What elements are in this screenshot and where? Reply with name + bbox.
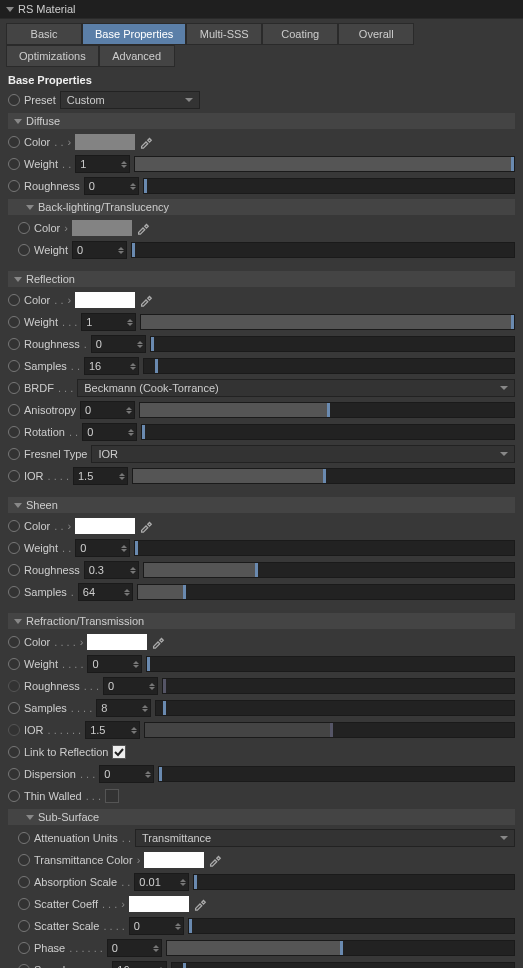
sheen-samp-input[interactable]: 64: [78, 583, 133, 601]
diffuse-weight-slider[interactable]: [134, 156, 515, 172]
eyedropper-icon[interactable]: [139, 519, 153, 533]
expand-icon[interactable]: ›: [64, 222, 68, 234]
reflection-header[interactable]: Reflection: [8, 271, 515, 287]
expand-icon[interactable]: ›: [121, 898, 125, 910]
sub-samp-input[interactable]: 16: [112, 961, 167, 968]
sub-atten-anim[interactable]: [18, 832, 30, 844]
tab-multi-sss[interactable]: Multi-SSS: [186, 23, 262, 45]
refr-color-swatch[interactable]: [87, 634, 147, 650]
sub-phase-input[interactable]: 0: [107, 939, 162, 957]
refl-ftype-anim[interactable]: [8, 448, 20, 460]
refr-weight-input[interactable]: 0: [87, 655, 142, 673]
refr-link-anim[interactable]: [8, 746, 20, 758]
refl-rot-slider[interactable]: [141, 424, 515, 440]
diffuse-rough-anim[interactable]: [8, 180, 20, 192]
refl-ior-slider[interactable]: [132, 468, 515, 484]
subsurface-header[interactable]: Sub-Surface: [8, 809, 515, 825]
refr-samp-anim[interactable]: [8, 702, 20, 714]
refl-brdf-select[interactable]: Beckmann (Cook-Torrance): [77, 379, 515, 397]
refr-thin-checkbox[interactable]: [105, 789, 119, 803]
tab-optimizations[interactable]: Optimizations: [6, 45, 99, 67]
sheen-color-anim[interactable]: [8, 520, 20, 532]
expand-icon[interactable]: ›: [67, 520, 71, 532]
refraction-header[interactable]: Refraction/Transmission: [8, 613, 515, 629]
eyedropper-icon[interactable]: [193, 897, 207, 911]
preset-select[interactable]: Custom: [60, 91, 200, 109]
refl-samp-input[interactable]: 16: [84, 357, 139, 375]
diffuse-color-anim[interactable]: [8, 136, 20, 148]
diffuse-header[interactable]: Diffuse: [8, 113, 515, 129]
sheen-weight-input[interactable]: 0: [75, 539, 130, 557]
sheen-color-swatch[interactable]: [75, 518, 135, 534]
refl-rot-input[interactable]: 0: [82, 423, 137, 441]
sub-sscl-input[interactable]: 0: [129, 917, 184, 935]
eyedropper-icon[interactable]: [139, 293, 153, 307]
sub-sscl-anim[interactable]: [18, 920, 30, 932]
refl-rough-anim[interactable]: [8, 338, 20, 350]
refr-color-anim[interactable]: [8, 636, 20, 648]
diffuse-weight-input[interactable]: 1: [75, 155, 130, 173]
diffuse-weight-anim[interactable]: [8, 158, 20, 170]
sub-atten-select[interactable]: Transmittance: [135, 829, 515, 847]
expand-icon[interactable]: ›: [80, 636, 84, 648]
sub-abs-input[interactable]: 0.01: [134, 873, 189, 891]
refl-weight-anim[interactable]: [8, 316, 20, 328]
refl-rough-slider[interactable]: [150, 336, 515, 352]
sheen-rough-anim[interactable]: [8, 564, 20, 576]
sheen-header[interactable]: Sheen: [8, 497, 515, 513]
sub-phase-anim[interactable]: [18, 942, 30, 954]
refr-disp-anim[interactable]: [8, 768, 20, 780]
sheen-samp-slider[interactable]: [137, 584, 515, 600]
expand-icon[interactable]: ›: [67, 294, 71, 306]
refl-weight-input[interactable]: 1: [81, 313, 136, 331]
refl-aniso-slider[interactable]: [139, 402, 515, 418]
tab-coating[interactable]: Coating: [262, 23, 338, 45]
refr-samp-slider[interactable]: [155, 700, 515, 716]
refl-weight-slider[interactable]: [140, 314, 515, 330]
sub-abs-slider[interactable]: [193, 874, 515, 890]
diffuse-color-swatch[interactable]: [75, 134, 135, 150]
backlight-header[interactable]: Back-lighting/Translucency: [8, 199, 515, 215]
diffuse-rough-input[interactable]: 0: [84, 177, 139, 195]
eyedropper-icon[interactable]: [208, 853, 222, 867]
refl-ior-input[interactable]: 1.5: [73, 467, 128, 485]
expand-icon[interactable]: ›: [67, 136, 71, 148]
back-weight-input[interactable]: 0: [72, 241, 127, 259]
tab-base-properties[interactable]: Base Properties: [82, 23, 186, 45]
back-color-swatch[interactable]: [72, 220, 132, 236]
eyedropper-icon[interactable]: [151, 635, 165, 649]
sheen-rough-input[interactable]: 0.3: [84, 561, 139, 579]
sub-samp-anim[interactable]: [18, 964, 30, 968]
refl-aniso-anim[interactable]: [8, 404, 20, 416]
refl-ior-anim[interactable]: [8, 470, 20, 482]
sheen-rough-slider[interactable]: [143, 562, 515, 578]
refr-weight-slider[interactable]: [146, 656, 515, 672]
eyedropper-icon[interactable]: [136, 221, 150, 235]
refl-rot-anim[interactable]: [8, 426, 20, 438]
diffuse-rough-slider[interactable]: [143, 178, 515, 194]
tab-basic[interactable]: Basic: [6, 23, 82, 45]
sub-scoe-swatch[interactable]: [129, 896, 189, 912]
refr-samp-input[interactable]: 8: [96, 699, 151, 717]
refl-brdf-anim[interactable]: [8, 382, 20, 394]
back-color-anim[interactable]: [18, 222, 30, 234]
refr-link-checkbox[interactable]: [112, 745, 126, 759]
sub-tcol-anim[interactable]: [18, 854, 30, 866]
eyedropper-icon[interactable]: [139, 135, 153, 149]
refr-weight-anim[interactable]: [8, 658, 20, 670]
refl-color-anim[interactable]: [8, 294, 20, 306]
sub-sscl-slider[interactable]: [188, 918, 515, 934]
tab-advanced[interactable]: Advanced: [99, 45, 175, 67]
panel-header[interactable]: RS Material: [0, 0, 523, 19]
refl-color-swatch[interactable]: [75, 292, 135, 308]
sub-abs-anim[interactable]: [18, 876, 30, 888]
sheen-samp-anim[interactable]: [8, 586, 20, 598]
sheen-weight-slider[interactable]: [134, 540, 515, 556]
refl-samp-slider[interactable]: [143, 358, 515, 374]
sub-phase-slider[interactable]: [166, 940, 515, 956]
tab-overall[interactable]: Overall: [338, 23, 414, 45]
refr-disp-slider[interactable]: [158, 766, 515, 782]
sub-tcol-swatch[interactable]: [144, 852, 204, 868]
refr-thin-anim[interactable]: [8, 790, 20, 802]
refl-samp-anim[interactable]: [8, 360, 20, 372]
